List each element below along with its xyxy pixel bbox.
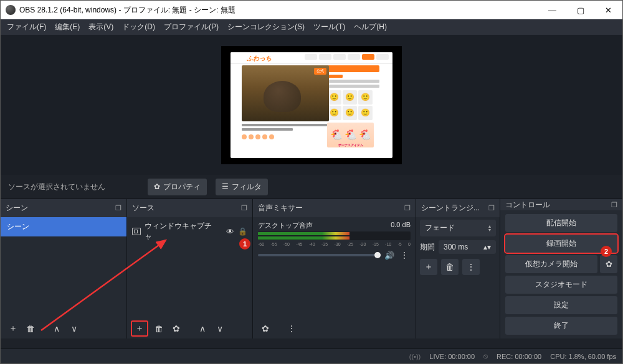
source-add-button[interactable]: ＋: [131, 320, 148, 337]
gear-icon: ✿: [154, 182, 160, 191]
chevron-updown-icon: ▴▾: [483, 243, 491, 251]
site-logo: ふわっち: [247, 54, 272, 63]
audio-mixer-panel: 音声ミキサー ❐ デスクトップ音声 0.0 dB -60-55-50-45-40…: [253, 199, 416, 338]
scene-remove-button[interactable]: 🗑: [22, 320, 39, 337]
mixer-track-name: デスクトップ音声: [258, 221, 313, 230]
mixer-menu-button[interactable]: ⋮: [283, 320, 300, 337]
properties-button[interactable]: ✿プロパティ: [148, 179, 207, 195]
network-icon: ((•)): [409, 353, 421, 360]
minimize-button[interactable]: —: [538, 1, 566, 19]
window-titlebar: OBS 28.1.2 (64-bit, windows) - プロファイル: 無…: [1, 1, 622, 19]
duration-label: 期間: [420, 242, 435, 253]
preview-tag: 公式: [314, 68, 326, 75]
scene-up-button[interactable]: ∧: [48, 320, 65, 337]
source-properties-button[interactable]: ✿: [168, 320, 185, 337]
source-info-bar: ソースが選択されていません ✿プロパティ ☰フィルタ: [1, 175, 622, 198]
mixer-title: 音声ミキサー: [258, 203, 303, 213]
popout-icon[interactable]: ❐: [488, 204, 495, 212]
menu-file[interactable]: ファイル(F): [7, 22, 46, 32]
source-remove-button[interactable]: 🗑: [150, 320, 168, 337]
chevron-updown-icon: ▴▾: [488, 225, 491, 232]
transition-menu-button[interactable]: ⋮: [462, 259, 480, 275]
audio-meter-ticks: -60-55-50-45-40-35-30-25-20-15-10-50: [258, 242, 411, 246]
exit-button[interactable]: 終了: [505, 317, 617, 335]
maximize-button[interactable]: ▢: [566, 1, 594, 19]
audio-meter: [258, 231, 411, 240]
menu-tools[interactable]: ツール(T): [313, 22, 345, 32]
menu-edit[interactable]: 編集(E): [55, 22, 80, 32]
transitions-panel: シーントランジ... ❐ フェード ▴▾ 期間 300 ms ▴▾ ＋ 🗑 ⋮: [416, 199, 500, 338]
settings-button[interactable]: 設定: [505, 296, 617, 314]
transition-type-select[interactable]: フェード ▴▾: [420, 220, 496, 236]
scene-item[interactable]: シーン: [1, 217, 126, 236]
source-down-button[interactable]: ∨: [211, 320, 229, 337]
dock-panels: シーン ❐ シーン ＋ 🗑 ∧ ∨ ソース ❐ ウィンドウキャプチャ 👁 🔒 ＋: [1, 198, 622, 338]
transition-add-button[interactable]: ＋: [420, 259, 437, 275]
obs-logo-icon: [6, 5, 16, 15]
source-item-label: ウィンドウキャプチャ: [145, 221, 219, 242]
scenes-toolbar: ＋ 🗑 ∧ ∨: [1, 319, 126, 338]
window-title: OBS 28.1.2 (64-bit, windows) - プロファイル: 無…: [19, 5, 235, 16]
annotation-badge-1: 1: [239, 238, 250, 250]
status-rec: REC: 00:00:00: [497, 353, 541, 360]
controls-title: コントロール: [505, 200, 550, 210]
menu-dock[interactable]: ドック(D): [122, 22, 155, 32]
visibility-icon[interactable]: 👁: [226, 227, 234, 236]
start-virtual-camera-button[interactable]: 仮想カメラ開始: [505, 255, 597, 273]
scenes-title: シーン: [6, 203, 28, 213]
no-source-label: ソースが選択されていません: [8, 182, 105, 192]
status-live: LIVE: 00:00:00: [429, 353, 475, 360]
mixer-options-button[interactable]: ⋮: [398, 250, 411, 260]
start-streaming-button[interactable]: 配信開始: [505, 214, 617, 232]
popout-icon[interactable]: ❐: [404, 204, 411, 212]
popout-icon[interactable]: ❐: [115, 204, 121, 212]
close-button[interactable]: ✕: [594, 1, 622, 19]
menu-profile[interactable]: プロファイル(P): [164, 22, 219, 32]
filter-icon: ☰: [222, 182, 229, 191]
popout-icon[interactable]: ❐: [611, 201, 617, 209]
sources-title: ソース: [132, 203, 155, 213]
status-bar: ((•)) LIVE: 00:00:00 ⦸ REC: 00:00:00 CPU…: [1, 348, 622, 363]
sources-toolbar: ＋ 🗑 ✿ ∧ ∨: [127, 319, 252, 338]
rec-icon: ⦸: [483, 352, 488, 360]
duration-input[interactable]: 300 ms ▴▾: [439, 240, 496, 254]
studio-mode-button[interactable]: スタジオモード: [505, 276, 617, 294]
annotation-badge-2: 2: [601, 246, 612, 257]
scene-down-button[interactable]: ∨: [65, 320, 83, 337]
menu-view[interactable]: 表示(V): [88, 22, 113, 32]
lock-icon[interactable]: 🔒: [238, 227, 247, 236]
source-up-button[interactable]: ∧: [194, 320, 211, 337]
controls-panel: コントロール ❐ 配信開始 録画開始 仮想カメラ開始 ✿ スタジオモード 設定 …: [500, 199, 622, 338]
scenes-panel: シーン ❐ シーン ＋ 🗑 ∧ ∨: [1, 199, 127, 338]
scene-add-button[interactable]: ＋: [4, 320, 22, 337]
mixer-db-value: 0.0 dB: [391, 221, 411, 230]
popout-icon[interactable]: ❐: [241, 204, 247, 212]
captured-window: ふわっち 公式: [231, 52, 392, 158]
preview-area[interactable]: ふわっち 公式: [1, 35, 622, 175]
preview-thumbnail: 公式: [242, 65, 329, 121]
preview-canvas: ふわっち 公式: [221, 46, 402, 164]
transitions-title: シーントランジ...: [421, 203, 480, 213]
mixer-toolbar: ✿ ⋮: [253, 319, 416, 338]
speaker-icon[interactable]: 🔊: [384, 251, 394, 260]
volume-slider[interactable]: [258, 254, 381, 256]
menubar: ファイル(F) 編集(E) 表示(V) ドック(D) プロファイル(P) シーン…: [1, 19, 622, 35]
transition-remove-button[interactable]: 🗑: [441, 259, 459, 275]
mixer-settings-button[interactable]: ✿: [257, 320, 274, 337]
window-capture-icon: [132, 228, 141, 235]
sources-panel: ソース ❐ ウィンドウキャプチャ 👁 🔒 ＋ 🗑 ✿ ∧ ∨: [127, 199, 253, 338]
source-item[interactable]: ウィンドウキャプチャ 👁 🔒: [127, 217, 252, 246]
filters-button[interactable]: ☰フィルタ: [216, 179, 268, 195]
status-cpu: CPU: 1.8%, 60.00 fps: [550, 353, 616, 360]
menu-scene-collection[interactable]: シーンコレクション(S): [227, 22, 305, 32]
menu-help[interactable]: ヘルプ(H): [354, 22, 387, 32]
vcam-settings-button[interactable]: ✿: [600, 255, 617, 273]
